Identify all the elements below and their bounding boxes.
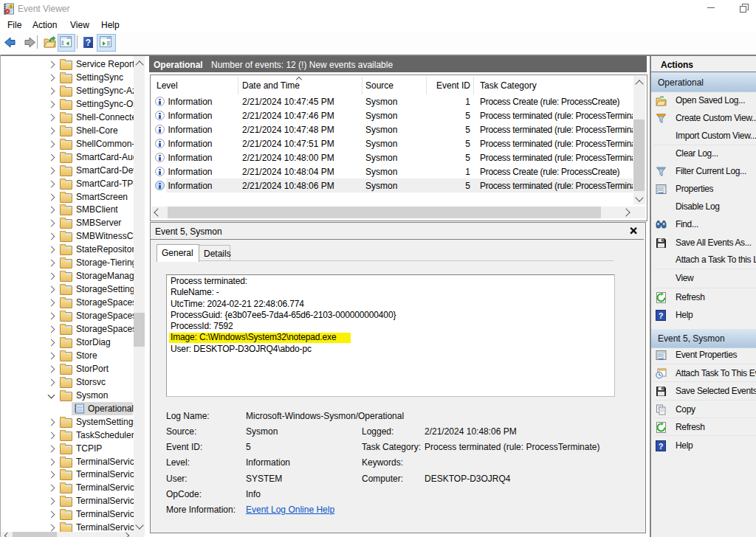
svg-text:?: ? bbox=[659, 311, 664, 320]
svg-text:?: ? bbox=[659, 441, 664, 450]
svg-text:?: ? bbox=[86, 38, 91, 48]
